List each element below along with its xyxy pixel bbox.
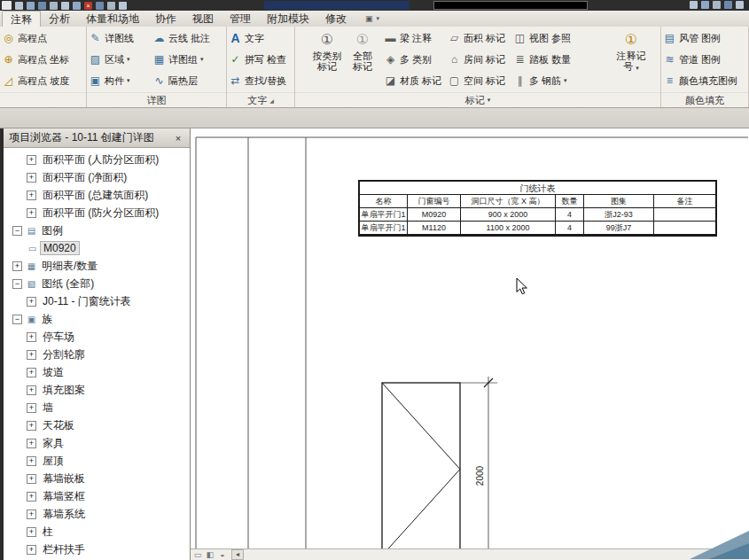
visual-style-icon[interactable]: ◒ (217, 550, 228, 560)
toolbar-icon[interactable] (38, 2, 46, 10)
tree-item[interactable]: + 栏杆扶手 (4, 541, 190, 558)
toolbar-icon[interactable] (73, 2, 81, 10)
expand-toggle-icon[interactable]: + (27, 155, 36, 165)
spot-slope-button[interactable]: ◿ 高程点 坡度 (0, 70, 86, 91)
tree-item[interactable]: + 柱 (4, 523, 190, 541)
tree-item[interactable]: + 天花板 (4, 416, 190, 434)
pipe-legend-button[interactable]: ≋ 管道 图例 (661, 49, 748, 70)
expand-toggle-icon[interactable]: + (27, 208, 36, 218)
expand-toggle-icon[interactable]: + (27, 456, 36, 466)
project-browser-titlebar[interactable]: 项目浏览器 - 10-11 创建门详图 × (4, 128, 190, 148)
area-tag-button[interactable]: ▱ 面积 标记 (446, 27, 511, 49)
drawing-area[interactable]: 2000 门统计表 名称 门窗编号 洞口尺寸（宽 X 高） 数量 图集 备注 (191, 128, 749, 560)
toolbar-icon[interactable] (27, 2, 35, 10)
colorfill-legend-button[interactable]: ≡ 颜色填充图例 (661, 70, 748, 91)
tab-annotate[interactable]: 注释 (2, 11, 41, 27)
expand-toggle-icon[interactable]: + (27, 527, 36, 537)
expand-toggle-icon[interactable]: + (27, 368, 36, 377)
dialog-launcher-icon[interactable]: ◢ (269, 97, 274, 104)
tree-item[interactable]: + 屋顶 (4, 452, 190, 470)
duct-legend-button[interactable]: ▤ 风管 图例 (661, 27, 748, 49)
expand-toggle-icon[interactable]: + (27, 403, 36, 413)
toolbar-icon[interactable] (15, 2, 23, 10)
multi-category-button[interactable]: ◈ 多 类别 (382, 49, 446, 70)
tree-item[interactable]: + 面积平面 (总建筑面积) (4, 186, 190, 204)
expand-toggle-icon[interactable]: + (27, 350, 36, 360)
tree-item[interactable]: + 面积平面 (净面积) (4, 168, 190, 186)
tree-item[interactable]: ▭ M0920 (4, 239, 190, 257)
spot-elevation-button[interactable]: ◎ 高程点 (0, 27, 86, 49)
expand-toggle-icon[interactable]: − (12, 226, 22, 236)
expand-toggle-icon[interactable]: + (27, 385, 36, 395)
view-scale-icon[interactable]: ▭ (192, 550, 203, 560)
toolbar-icon[interactable] (50, 2, 58, 10)
expand-toggle-icon[interactable]: + (27, 173, 36, 183)
detail-level-icon[interactable]: ◧ (205, 550, 215, 560)
toolbar-icon[interactable] (701, 1, 709, 9)
space-tag-button[interactable]: ▢ 空间 标记 (446, 70, 511, 91)
multi-rebar-button[interactable]: ∥ 多 钢筋 ▾ (511, 70, 579, 91)
expand-toggle-icon[interactable]: + (27, 191, 36, 200)
expand-toggle-icon[interactable]: − (12, 279, 22, 289)
close-icon[interactable]: × (172, 133, 184, 144)
tree-item[interactable]: + 家具 (4, 434, 190, 452)
toolbar-icon[interactable] (96, 2, 104, 10)
revision-cloud-button[interactable]: ☁ 云线 批注 (151, 27, 225, 49)
tag-by-category-button[interactable]: ① 按类别 标记 (309, 27, 345, 92)
app-menu-icon[interactable] (2, 1, 12, 10)
tree-item[interactable]: + ▦ 明细表/数量 (4, 257, 190, 275)
tree-item[interactable]: − ▧ 图纸 (全部) (4, 275, 190, 292)
toolbar-icon[interactable] (119, 2, 127, 10)
expand-toggle-icon[interactable]: + (27, 474, 36, 484)
component-button[interactable]: ▣ 构件 ▾ (87, 70, 151, 91)
red-x-icon[interactable]: × (84, 2, 92, 10)
tree-item[interactable]: + 面积平面 (人防分区面积) (4, 151, 190, 168)
material-tag-button[interactable]: ◪ 材质 标记 (382, 70, 446, 91)
region-button[interactable]: ▨ 区域 ▾ (87, 49, 151, 70)
toolbar-icon[interactable] (736, 1, 744, 9)
tree-item[interactable]: − ▣ 族 (4, 310, 190, 328)
tree-item[interactable]: + 面积平面 (防火分区面积) (4, 204, 190, 222)
insulation-button[interactable]: ∿ 隔热层 (151, 70, 225, 91)
door-elevation-drawing[interactable] (382, 383, 460, 556)
expand-toggle-icon[interactable]: + (27, 545, 36, 555)
tree-item[interactable]: + 墙 (4, 399, 190, 416)
expand-toggle-icon[interactable]: + (12, 261, 22, 271)
view-reference-button[interactable]: ◫ 视图 参照 (511, 27, 579, 49)
tree-item[interactable]: + 停车场 (4, 328, 190, 346)
spot-coordinate-button[interactable]: ⊕ 高程点 坐标 (0, 49, 86, 70)
door-schedule-table[interactable]: 门统计表 名称 门窗编号 洞口尺寸（宽 X 高） 数量 图集 备注 单扇平开门1 (358, 180, 717, 237)
scroll-left-button[interactable]: ◄ (231, 549, 244, 560)
tree-item[interactable]: + 幕墙竖框 (4, 487, 190, 505)
tag-all-button[interactable]: ① 全部 标记 (345, 27, 380, 92)
dimension[interactable]: 2000 (460, 377, 497, 560)
tab-addins[interactable]: 附加模块 (259, 11, 317, 27)
tree-item[interactable]: + 幕墙嵌板 (4, 470, 190, 487)
tree-item[interactable]: + J0-11 - 门窗统计表 (4, 292, 190, 310)
spellcheck-button[interactable]: ✓ 拼写 检查 (227, 49, 294, 70)
tree-item[interactable]: − ▤ 图例 (4, 222, 190, 239)
panel-label-tag[interactable]: 标记 ▾ (295, 92, 660, 107)
tree-item[interactable]: + 坡道 (4, 363, 190, 381)
room-tag-button[interactable]: ⌂ 房间 标记 (446, 49, 511, 70)
tab-manage[interactable]: 管理 (222, 11, 259, 27)
tree-item[interactable]: + 幕墙系统 (4, 505, 190, 523)
expand-toggle-icon[interactable]: + (27, 332, 36, 342)
tab-modify[interactable]: 修改 (317, 11, 355, 27)
detail-line-button[interactable]: ✎ 详图线 (87, 27, 151, 49)
tab-analyze[interactable]: 分析 (41, 11, 78, 27)
expand-toggle-icon[interactable]: + (27, 421, 36, 431)
search-input[interactable] (433, 1, 588, 10)
panel-toggle-icon[interactable]: ▣ (365, 14, 373, 23)
expand-toggle-icon[interactable]: + (27, 439, 36, 448)
tab-massing-site[interactable]: 体量和场地 (78, 11, 147, 27)
expand-toggle-icon[interactable]: − (12, 315, 22, 324)
expand-toggle-icon[interactable]: + (27, 509, 36, 519)
find-replace-button[interactable]: ⇄ 查找/替换 (227, 70, 294, 91)
toolbar-icon[interactable] (724, 1, 732, 9)
tab-collaborate[interactable]: 协作 (147, 11, 184, 27)
tread-number-button[interactable]: ≣ 踏板 数量 (511, 49, 579, 70)
toolbar-icon[interactable] (690, 1, 698, 9)
expand-toggle-icon[interactable]: + (27, 297, 36, 307)
scrollbar-track[interactable] (244, 549, 749, 560)
